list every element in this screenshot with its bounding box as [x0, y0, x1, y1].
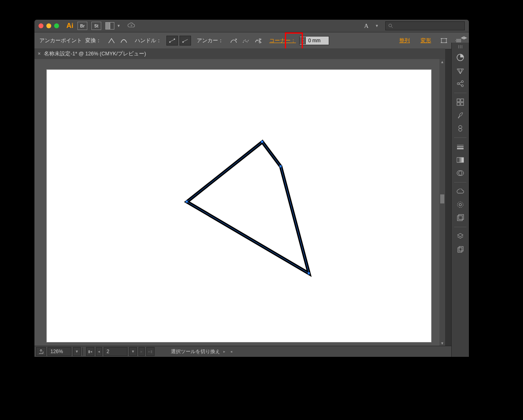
chevron-down-icon: ▼	[375, 24, 379, 28]
svg-line-30	[459, 82, 462, 83]
status-menu-toggle[interactable]: ▸	[223, 349, 225, 354]
svg-rect-34	[457, 103, 460, 105]
svg-rect-35	[461, 103, 464, 105]
artboard-dropdown-button[interactable]: ▼	[129, 347, 137, 356]
minimize-window-button[interactable]	[46, 23, 51, 28]
svg-rect-23	[280, 165, 282, 167]
first-artboard-button[interactable]: ▮◂	[86, 347, 94, 356]
bridge-badge[interactable]: Br	[77, 22, 87, 30]
scroll-down-button[interactable]: ▼	[439, 340, 445, 346]
svg-point-42	[457, 202, 463, 208]
svg-rect-25	[186, 201, 188, 203]
workspace: ▲ ▼	[34, 59, 445, 346]
convert-label: 変換：	[85, 37, 101, 44]
export-button[interactable]	[36, 347, 46, 356]
artboard-number-field[interactable]: 2	[104, 347, 127, 356]
svg-marker-20	[187, 142, 309, 274]
connect-path-button[interactable]	[241, 36, 251, 45]
prev-artboard-button[interactable]: ◂	[96, 347, 102, 356]
svg-rect-39	[457, 158, 464, 162]
cut-path-button[interactable]	[253, 36, 264, 45]
svg-rect-46	[458, 248, 462, 252]
canvas-viewport[interactable]	[34, 59, 439, 346]
share-icon[interactable]	[454, 78, 467, 89]
color-icon[interactable]	[454, 52, 467, 63]
vertical-scrollbar[interactable]: ▲ ▼	[439, 59, 445, 346]
transparency-icon[interactable]	[454, 167, 467, 179]
dock-toggle-button[interactable]: ◀▶	[461, 35, 467, 40]
corner-radius-field[interactable]: ▲▼ 0 mm	[299, 36, 329, 45]
stroke-icon[interactable]	[454, 141, 467, 153]
symbols-icon[interactable]	[454, 123, 467, 134]
chevron-down-icon: ▼	[117, 24, 121, 28]
artboard[interactable]	[47, 70, 431, 342]
artboards-icon[interactable]	[454, 244, 467, 255]
cloud-sync-icon[interactable]	[127, 22, 135, 30]
title-bar: Ai Br St ▼ A ▼	[34, 20, 469, 32]
close-window-button[interactable]	[39, 23, 43, 28]
search-input[interactable]	[385, 21, 465, 30]
svg-line-31	[459, 84, 462, 85]
svg-point-29	[462, 85, 464, 87]
stock-badge[interactable]: St	[91, 22, 101, 30]
show-handles-multiple-button[interactable]	[166, 36, 178, 46]
svg-line-1	[391, 27, 393, 28]
maximize-window-button[interactable]	[54, 23, 59, 28]
scroll-up-button[interactable]: ▲	[439, 59, 445, 65]
artwork-shape[interactable]	[47, 70, 431, 342]
zoom-field[interactable]: 126%	[48, 347, 71, 356]
anchor-label: アンカー：	[197, 37, 223, 44]
document-tab-bar: × 名称未設定-1* @ 126% (CMYK/プレビュー)	[34, 48, 445, 59]
svg-rect-24	[308, 272, 310, 274]
gradient-icon[interactable]	[454, 154, 467, 166]
close-tab-button[interactable]: ×	[38, 51, 41, 57]
svg-rect-33	[461, 99, 464, 102]
libraries-icon[interactable]	[454, 186, 467, 197]
corner-label[interactable]: コーナー：	[269, 37, 296, 44]
color-guide-icon[interactable]	[454, 65, 467, 76]
convert-to-smooth-button[interactable]	[118, 36, 129, 45]
hscroll-left-button[interactable]: ◂	[230, 349, 232, 354]
svg-point-0	[389, 24, 392, 27]
app-logo: Ai	[66, 22, 73, 30]
document-tab-title[interactable]: 名称未設定-1* @ 126% (CMYK/プレビュー)	[44, 50, 146, 57]
hide-handles-multiple-button[interactable]	[180, 36, 191, 46]
status-bar: 126% ▼ ▮◂ ◂ 2 ▼ ▸ ▸▮ 選択ツールを切り換え ▸ ◂ ▸	[34, 346, 469, 357]
handle-label: ハンドル：	[135, 37, 161, 44]
corner-radius-value: 0 mm	[306, 38, 329, 43]
svg-rect-22	[261, 141, 263, 143]
svg-rect-45	[459, 215, 464, 219]
anchor-point-label: アンカーポイント	[39, 37, 82, 44]
status-message: 選択ツールを切り換え	[171, 348, 220, 355]
svg-point-43	[459, 203, 462, 206]
control-bar: アンカーポイント 変換： ハンドル： アンカー：	[34, 32, 469, 49]
remove-anchor-button[interactable]	[228, 36, 239, 45]
workspace-switcher[interactable]	[105, 22, 114, 30]
swatches-icon[interactable]	[454, 96, 467, 108]
panel-dock: ◀▶	[451, 43, 469, 357]
svg-point-28	[462, 81, 464, 83]
isolate-button[interactable]	[439, 36, 449, 45]
transform-button[interactable]: 変形	[421, 37, 431, 44]
last-artboard-button[interactable]: ▸▮	[146, 347, 155, 356]
align-button[interactable]: 整列	[399, 37, 410, 44]
stepper-buttons[interactable]: ▲▼	[300, 37, 306, 44]
convert-to-corner-button[interactable]	[106, 36, 117, 45]
svg-rect-11	[441, 39, 446, 43]
scroll-thumb[interactable]	[440, 194, 444, 203]
brushes-icon[interactable]	[454, 110, 467, 121]
svg-rect-47	[459, 247, 463, 251]
svg-line-6	[183, 39, 188, 42]
zoom-dropdown-button[interactable]: ▼	[73, 347, 81, 356]
font-preview-dropdown[interactable]: A	[362, 23, 371, 30]
graphic-styles-icon[interactable]	[454, 212, 467, 224]
horizontal-scrollbar[interactable]	[236, 349, 461, 354]
svg-rect-44	[457, 216, 462, 221]
svg-rect-32	[457, 99, 460, 102]
window-controls	[39, 23, 59, 28]
appearance-icon[interactable]	[454, 199, 467, 210]
svg-point-27	[457, 83, 459, 85]
layers-icon[interactable]	[454, 231, 467, 242]
dock-grip[interactable]	[453, 45, 468, 49]
next-artboard-button[interactable]: ▸	[139, 347, 145, 356]
